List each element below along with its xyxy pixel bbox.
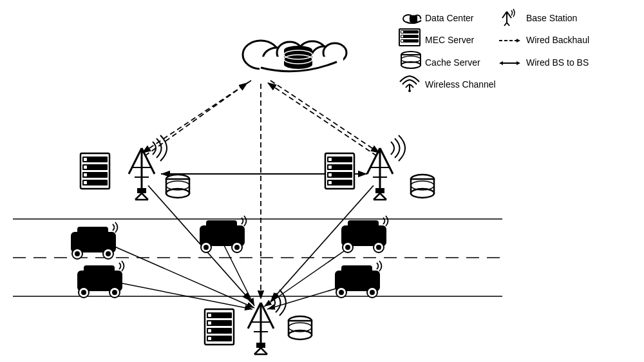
svg-line-138 [507,12,511,18]
svg-line-17 [106,280,252,309]
svg-text:MEC Server: MEC Server [425,35,475,45]
svg-rect-92 [208,329,211,332]
bottom-base-station [248,290,286,354]
svg-rect-111 [348,220,379,233]
car-top-right [341,216,388,252]
car-top-center [200,216,247,252]
svg-text:Wired Backhaul: Wired Backhaul [526,35,589,45]
svg-rect-70 [328,173,332,176]
svg-point-102 [75,251,80,256]
svg-rect-71 [328,181,332,184]
car-bottom-right [335,261,382,298]
svg-text:Data Center: Data Center [425,13,474,23]
svg-line-78 [261,303,274,329]
svg-marker-160 [516,61,520,65]
svg-line-33 [129,148,142,174]
svg-rect-147 [401,35,403,37]
svg-rect-143 [401,30,419,33]
right-mec-server [325,153,354,189]
svg-rect-69 [328,166,332,169]
svg-line-38 [135,193,142,200]
svg-rect-117 [84,265,115,278]
svg-line-83 [261,348,267,354]
svg-line-8 [270,81,380,153]
svg-rect-37 [137,188,146,193]
svg-point-108 [204,245,209,250]
right-base-station [367,135,405,200]
svg-line-34 [142,148,155,174]
bottom-mec-server [205,309,234,345]
svg-line-9 [267,82,377,156]
svg-rect-145 [401,39,419,43]
svg-point-29 [284,60,312,69]
svg-rect-46 [84,158,87,161]
car-top-left [71,222,118,259]
svg-line-55 [367,148,380,174]
svg-rect-123 [341,265,372,278]
bottom-cache-server [289,316,312,339]
svg-text:Wireless Channel: Wireless Channel [425,79,496,90]
svg-rect-91 [208,321,211,325]
svg-point-115 [376,245,381,250]
svg-line-39 [142,193,148,200]
svg-point-126 [339,290,344,295]
svg-text:Wired BS to BS: Wired BS to BS [526,57,589,68]
svg-line-137 [502,12,507,18]
svg-point-121 [112,290,117,295]
svg-rect-144 [401,35,419,38]
svg-rect-59 [375,188,384,193]
legend: Data Center Base Station [399,9,589,92]
svg-point-120 [81,290,86,295]
svg-rect-48 [84,173,87,176]
svg-line-14 [103,242,254,308]
svg-point-162 [408,90,411,92]
main-canvas: Data Center Base Station [0,0,644,362]
svg-line-60 [374,193,380,200]
svg-rect-81 [256,343,265,348]
svg-point-114 [345,245,350,250]
car-bottom-left [77,261,124,298]
svg-line-82 [254,348,261,354]
svg-point-109 [234,245,240,250]
svg-point-127 [370,290,375,295]
svg-marker-151 [516,39,520,43]
left-base-station [129,135,167,200]
svg-text:Cache Server: Cache Server [425,57,480,68]
svg-point-134 [410,20,417,23]
svg-line-61 [380,193,386,200]
svg-rect-90 [208,314,211,317]
svg-point-103 [106,251,111,256]
svg-line-77 [248,303,261,329]
svg-rect-148 [401,40,403,42]
left-mec-server [80,153,109,189]
svg-line-56 [380,148,393,174]
svg-rect-47 [84,166,87,169]
right-cache-server [411,175,434,198]
svg-rect-146 [401,31,403,33]
svg-rect-93 [208,337,211,340]
svg-rect-105 [206,220,237,233]
svg-rect-68 [328,158,332,161]
svg-text:Base Station: Base Station [526,13,577,23]
svg-rect-99 [77,227,108,240]
svg-line-140 [507,23,509,26]
left-cache-server [166,175,189,198]
svg-marker-159 [499,61,503,65]
svg-rect-49 [84,181,87,184]
